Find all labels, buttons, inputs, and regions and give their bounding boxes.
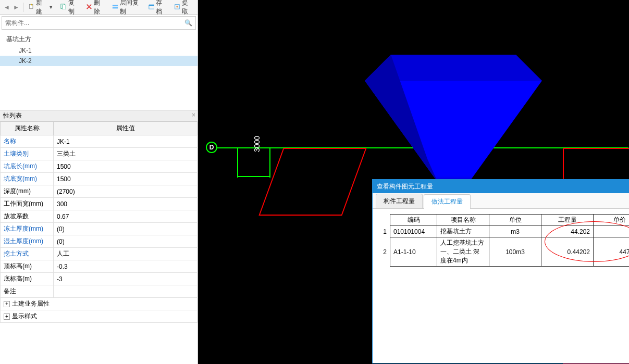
archive-label: 存档	[156, 0, 166, 16]
dialog-titlebar[interactable]: 查看构件图元工程量 ― □ ×	[373, 180, 629, 193]
axis-marker-d: D	[206, 142, 217, 153]
delete-label: 删除	[94, 0, 104, 16]
col-code: 编码	[390, 215, 437, 226]
property-row[interactable]: 放坡系数0.67	[1, 210, 198, 223]
expand-icon[interactable]: +	[4, 301, 10, 307]
nav-fwd-icon[interactable]: ►	[11, 3, 21, 12]
property-row[interactable]: 冻土厚度(mm)(0)	[1, 223, 198, 235]
tree-item-jk2[interactable]: JK-2	[0, 56, 198, 66]
prop-name: 坑底宽(mm)	[1, 173, 54, 185]
prop-value[interactable]: JK-1	[54, 135, 198, 148]
prop-value[interactable]: (2700)	[54, 185, 198, 198]
prop-value[interactable]: 300	[54, 198, 198, 210]
cell-price	[594, 226, 630, 237]
property-row[interactable]: 顶标高(m)-0.3	[1, 260, 198, 273]
properties-title: 性列表	[3, 111, 22, 120]
prop-value[interactable]: 1500	[54, 173, 198, 185]
svg-rect-5	[149, 5, 154, 9]
extract-label: 提取	[182, 0, 192, 16]
delete-icon	[86, 4, 92, 11]
dropdown-icon: ▼	[48, 5, 53, 10]
cell-qty: 0.44202	[541, 237, 594, 267]
prop-value[interactable]: (0)	[54, 223, 198, 235]
prop-name: 底标高(m)	[1, 273, 54, 285]
prop-name: 备注	[1, 285, 54, 298]
viewport-3d[interactable]: D 3000 3000 查看构件图元工程量 ― □ × 构件工程量 做法工程量	[198, 0, 629, 364]
prop-value[interactable]: 1500	[54, 160, 198, 173]
property-row[interactable]: 底标高(m)-3	[1, 273, 198, 285]
prop-name: 放坡系数	[1, 210, 54, 223]
dimension-tick	[269, 147, 270, 178]
prop-name: 深度(mm)	[1, 185, 54, 198]
properties-close-icon[interactable]: ×	[192, 111, 195, 119]
search-input[interactable]	[5, 19, 184, 27]
cell-code: A1-1-10	[390, 237, 437, 267]
pit-solid-3d	[349, 55, 558, 182]
col-price: 单价	[594, 215, 630, 226]
col-name: 项目名称	[437, 215, 489, 226]
tree-item-label: JK-1	[19, 47, 32, 54]
copy-label: 复制	[68, 0, 79, 16]
property-row[interactable]: 深度(mm)(2700)	[1, 185, 198, 198]
property-row[interactable]: 备注	[1, 285, 198, 298]
cell-name: 挖基坑土方	[437, 226, 489, 237]
svg-rect-2	[63, 5, 66, 9]
prop-group-row[interactable]: +显示样式	[1, 310, 198, 323]
copy-button[interactable]: 复制	[57, 0, 82, 17]
component-tree: 基坑土方 JK-1 JK-2	[0, 31, 198, 68]
table-row[interactable]: 2A1-1-10人工挖基坑土方 一、二类土 深度在4m内100m30.44202…	[380, 237, 629, 267]
properties-header: 性列表 ×	[0, 110, 198, 121]
row-num: 2	[380, 237, 390, 267]
property-row[interactable]: 土壤类别三类土	[1, 148, 198, 160]
prop-value[interactable]: 三类土	[54, 148, 198, 160]
svg-rect-3	[113, 5, 118, 6]
dialog-tabs: 构件工程量 做法工程量	[373, 193, 629, 209]
properties-table: 属性名称 属性值 名称JK-1土壤类别三类土坑底长(mm)1500坑底宽(mm)…	[0, 121, 198, 323]
prop-group-row[interactable]: +土建业务属性	[1, 298, 198, 310]
property-row[interactable]: 挖土方式人工	[1, 248, 198, 260]
prop-group-label: 土建业务属性	[12, 300, 50, 307]
table-row[interactable]: 1010101004挖基坑土方m344.202	[380, 226, 629, 237]
nav-back-icon[interactable]: ◄	[2, 3, 11, 12]
dialog-title: 查看构件图元工程量	[377, 182, 433, 191]
property-row[interactable]: 坑底长(mm)1500	[1, 160, 198, 173]
dimension-tick	[237, 147, 238, 178]
row-num: 1	[380, 226, 390, 237]
prop-value[interactable]: 人工	[54, 248, 198, 260]
delete-button[interactable]: 删除	[83, 0, 107, 17]
property-row[interactable]: 工作面宽(mm)300	[1, 198, 198, 210]
prop-col-value: 属性值	[54, 122, 198, 135]
expand-icon[interactable]: +	[4, 313, 10, 320]
prop-value[interactable]: (0)	[54, 235, 198, 248]
extract-icon	[174, 4, 180, 11]
svg-rect-4	[113, 7, 118, 8]
tab-component-qty[interactable]: 构件工程量	[376, 194, 423, 208]
copy-icon	[60, 4, 67, 11]
tree-root-label: 基坑土方	[6, 35, 31, 43]
tab-label: 构件工程量	[384, 197, 415, 205]
prop-value[interactable]: -3	[54, 273, 198, 285]
property-row[interactable]: 坑底宽(mm)1500	[1, 173, 198, 185]
cell-name: 人工挖基坑土方 一、二类土 深度在4m内	[437, 237, 489, 267]
prop-name: 土壤类别	[1, 148, 54, 160]
tree-item-jk1[interactable]: JK-1	[0, 45, 198, 56]
tree-root[interactable]: 基坑土方	[0, 33, 198, 45]
archive-button[interactable]: 存档	[145, 0, 170, 17]
prop-value[interactable]: -0.3	[54, 260, 198, 273]
property-row[interactable]: 湿土厚度(mm)(0)	[1, 235, 198, 248]
prop-value[interactable]: 0.67	[54, 210, 198, 223]
cell-price: 4479.22	[594, 237, 630, 267]
search-icon[interactable]: 🔍	[184, 19, 192, 27]
extract-button[interactable]: 提取	[171, 0, 195, 17]
prop-col-name: 属性名称	[1, 122, 54, 135]
prop-value[interactable]	[54, 285, 198, 298]
layercopy-button[interactable]: 层间复制	[109, 0, 144, 17]
new-icon	[29, 4, 34, 11]
prop-name: 顶标高(m)	[1, 260, 54, 273]
new-button[interactable]: 新建▼	[26, 0, 56, 17]
toolbar: ◄ ► 新建▼ 复制 删除 层间复制 存档 提取	[0, 0, 198, 15]
prop-name: 湿土厚度(mm)	[1, 235, 54, 248]
property-row[interactable]: 名称JK-1	[1, 135, 198, 148]
tab-method-qty[interactable]: 做法工程量	[424, 194, 471, 209]
dialog-body: 编码 项目名称 单位 工程量 单价 合价 1010101004挖基坑土方m344…	[373, 209, 629, 363]
